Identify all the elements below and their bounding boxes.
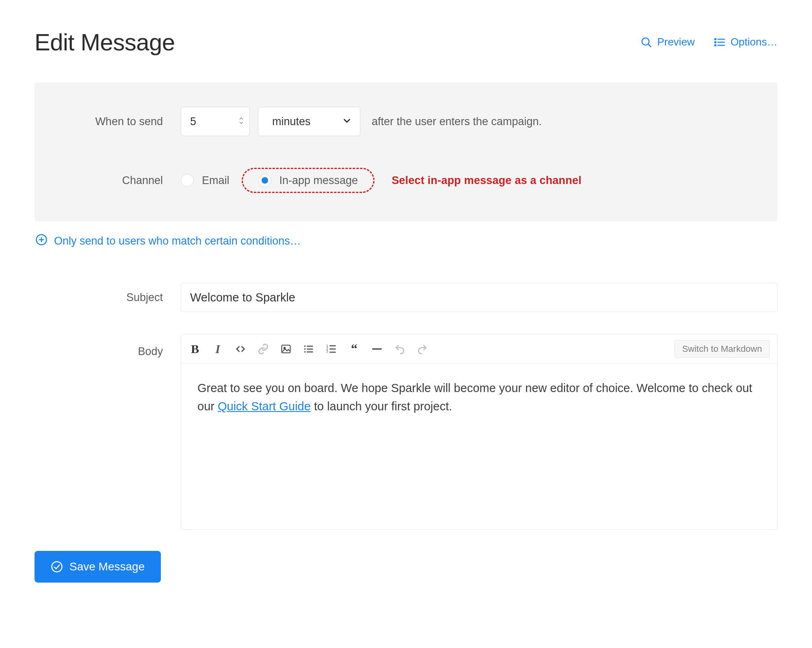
header-actions: Preview Options… <box>640 36 777 48</box>
preview-label: Preview <box>657 36 695 48</box>
body-editor: B I 123 “ <box>181 334 777 530</box>
svg-rect-16 <box>307 348 313 349</box>
italic-button[interactable]: I <box>211 342 224 355</box>
subject-label: Subject <box>35 291 181 304</box>
image-button[interactable] <box>279 342 292 355</box>
subject-input[interactable] <box>181 283 777 312</box>
svg-point-2 <box>715 39 716 40</box>
svg-rect-24 <box>329 351 336 353</box>
radio-unchecked-icon <box>181 174 194 187</box>
options-button[interactable]: Options… <box>713 36 777 48</box>
settings-panel: When to send minutes <box>35 82 777 221</box>
delay-unit-select[interactable]: minutes <box>258 107 360 136</box>
body-text-post: to launch your first project. <box>311 400 452 413</box>
ul-button[interactable] <box>302 342 315 355</box>
preview-button[interactable]: Preview <box>640 36 695 48</box>
editor-toolbar: B I 123 “ <box>181 334 777 364</box>
options-icon <box>713 36 725 48</box>
svg-point-4 <box>715 41 716 43</box>
switch-markdown-button[interactable]: Switch to Markdown <box>674 340 770 358</box>
hr-button[interactable] <box>370 342 383 355</box>
radio-checked-icon <box>258 174 271 187</box>
redo-button[interactable] <box>416 342 429 355</box>
quick-start-link[interactable]: Quick Start Guide <box>218 400 311 413</box>
svg-rect-20 <box>329 345 336 346</box>
svg-point-6 <box>715 45 716 46</box>
radio-email-label: Email <box>202 174 230 187</box>
save-button[interactable]: Save Message <box>35 551 161 583</box>
channel-label: Channel <box>35 174 181 187</box>
when-label: When to send <box>35 115 181 128</box>
svg-point-26 <box>52 562 62 572</box>
plus-circle-icon <box>35 234 48 249</box>
svg-rect-14 <box>307 345 313 347</box>
conditions-link-label: Only send to users who match certain con… <box>54 235 301 247</box>
radio-inapp[interactable]: In-app message <box>258 174 358 187</box>
svg-rect-18 <box>307 351 313 352</box>
bold-button[interactable]: B <box>188 342 201 355</box>
body-label: Body <box>35 334 181 358</box>
check-circle-icon <box>51 561 63 573</box>
ol-button[interactable]: 123 <box>325 342 338 355</box>
link-button[interactable] <box>257 342 270 355</box>
radio-email[interactable]: Email <box>181 174 230 187</box>
quote-button[interactable]: “ <box>348 342 361 355</box>
svg-text:3: 3 <box>326 350 328 353</box>
svg-point-15 <box>304 348 306 350</box>
code-button[interactable] <box>234 342 247 355</box>
when-suffix: after the user enters the campaign. <box>372 115 542 128</box>
search-icon <box>640 36 652 48</box>
svg-point-13 <box>304 345 306 347</box>
body-textarea[interactable]: Great to see you on board. We hope Spark… <box>181 364 777 529</box>
undo-button[interactable] <box>393 342 406 355</box>
svg-point-17 <box>304 351 306 353</box>
radio-inapp-label: In-app message <box>279 174 358 187</box>
delay-input[interactable] <box>181 107 250 136</box>
page-title: Edit Message <box>35 28 175 56</box>
options-label: Options… <box>730 36 777 48</box>
svg-line-1 <box>648 44 651 47</box>
annotation-text: Select in-app message as a channel <box>392 174 582 187</box>
add-conditions-link[interactable]: Only send to users who match certain con… <box>35 234 777 249</box>
svg-rect-22 <box>329 348 336 349</box>
save-button-label: Save Message <box>69 560 145 573</box>
annotation-highlight: In-app message <box>242 168 375 193</box>
